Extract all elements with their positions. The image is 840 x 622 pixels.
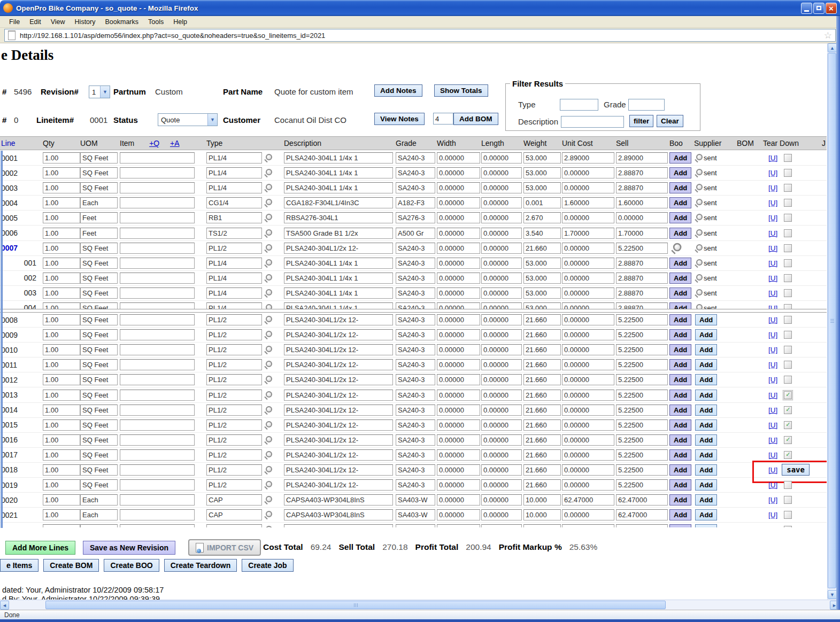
menu-history[interactable]: History	[70, 17, 101, 27]
unit-cost-input[interactable]	[562, 287, 614, 299]
weight-input[interactable]	[523, 479, 561, 491]
update-link[interactable]: [U]	[768, 331, 777, 339]
description-input[interactable]	[284, 329, 393, 340]
uom-input[interactable]	[80, 329, 118, 340]
length-input[interactable]	[481, 359, 522, 370]
type-input[interactable]	[206, 464, 262, 476]
update-link[interactable]: [U]	[768, 169, 777, 177]
sell-input[interactable]	[616, 434, 668, 446]
boo-add-button[interactable]: Add	[669, 479, 691, 491]
supplier-search-icon[interactable]	[694, 229, 703, 238]
supplier-search-icon[interactable]	[694, 244, 703, 253]
type-input[interactable]	[206, 390, 262, 401]
sell-input[interactable]	[616, 419, 668, 431]
grade-input[interactable]	[396, 494, 435, 506]
item-input[interactable]	[120, 419, 195, 431]
type-search-icon[interactable]	[264, 360, 272, 369]
description-input[interactable]	[284, 212, 393, 223]
teardown-checkbox[interactable]	[784, 511, 792, 519]
address-bar[interactable]: ☆	[4, 29, 836, 42]
sell-input[interactable]	[616, 390, 668, 401]
update-link[interactable]: [U]	[768, 391, 777, 399]
width-input[interactable]	[437, 182, 480, 193]
weight-input[interactable]	[523, 273, 561, 284]
unit-cost-input[interactable]	[562, 243, 614, 254]
supplier-add-button[interactable]: Add	[695, 390, 717, 401]
grade-input[interactable]	[396, 374, 435, 385]
grade-input[interactable]	[396, 243, 435, 254]
length-input[interactable]	[481, 152, 522, 164]
menu-file[interactable]: File	[4, 17, 25, 27]
item-input[interactable]	[120, 479, 195, 491]
create-boo-button[interactable]: Create BOO	[104, 559, 159, 572]
boo-add-button[interactable]: Add	[669, 390, 691, 401]
grade-input[interactable]	[396, 449, 435, 461]
length-input[interactable]	[481, 479, 522, 491]
minimize-button[interactable]	[801, 3, 812, 14]
unit-cost-input[interactable]	[562, 212, 614, 223]
qty-input[interactable]	[43, 434, 80, 446]
width-input[interactable]	[437, 344, 480, 355]
uom-input[interactable]	[80, 152, 118, 164]
item-input[interactable]	[120, 258, 195, 269]
length-input[interactable]	[481, 344, 522, 355]
supplier-add-button[interactable]: Add	[695, 374, 717, 385]
supplier-search-icon[interactable]	[694, 153, 703, 162]
unit-cost-input[interactable]	[562, 314, 614, 325]
length-input[interactable]	[481, 419, 522, 431]
supplier-add-button[interactable]: Add	[695, 359, 717, 370]
item-input[interactable]	[120, 359, 195, 370]
width-input[interactable]	[437, 329, 480, 340]
bom-qty-input[interactable]	[433, 113, 453, 125]
weight-input[interactable]	[523, 287, 561, 299]
type-input[interactable]	[206, 182, 262, 193]
qty-input[interactable]	[43, 197, 80, 208]
width-input[interactable]	[437, 167, 480, 178]
sell-input[interactable]	[616, 243, 668, 254]
type-search-icon[interactable]	[264, 168, 272, 177]
width-input[interactable]	[437, 449, 480, 461]
description-input[interactable]	[284, 359, 393, 370]
item-input[interactable]	[120, 197, 195, 208]
width-input[interactable]	[437, 464, 480, 476]
grade-input[interactable]	[396, 524, 435, 527]
width-input[interactable]	[437, 494, 480, 506]
type-input[interactable]	[206, 405, 262, 416]
uom-input[interactable]	[80, 258, 118, 269]
description-input[interactable]	[284, 287, 393, 299]
item-input[interactable]	[120, 524, 195, 527]
grade-input[interactable]	[396, 228, 435, 239]
length-input[interactable]	[481, 464, 522, 476]
grade-input[interactable]	[396, 182, 435, 193]
unit-cost-input[interactable]	[562, 344, 614, 355]
qty-input[interactable]	[43, 258, 80, 269]
weight-input[interactable]	[523, 228, 561, 239]
type-search-icon[interactable]	[264, 153, 272, 162]
grade-input[interactable]	[396, 464, 435, 476]
sell-input[interactable]	[616, 258, 668, 269]
width-input[interactable]	[437, 509, 480, 520]
uom-input[interactable]	[80, 344, 118, 355]
supplier-add-button[interactable]: Add	[695, 494, 717, 506]
qty-input[interactable]	[43, 152, 80, 164]
teardown-checkbox[interactable]	[784, 526, 792, 527]
width-input[interactable]	[437, 228, 480, 239]
weight-input[interactable]	[523, 524, 561, 527]
create-teardown-button[interactable]: Create Teardown	[164, 559, 237, 572]
teardown-checkbox[interactable]: ✓	[784, 451, 792, 459]
menu-tools[interactable]: Tools	[143, 17, 168, 27]
qty-input[interactable]	[43, 374, 80, 385]
unit-cost-input[interactable]	[562, 152, 614, 164]
item-input[interactable]	[120, 405, 195, 416]
type-input[interactable]	[206, 197, 262, 208]
add-more-lines-button[interactable]: Add More Lines	[5, 541, 75, 555]
qty-input[interactable]	[43, 449, 80, 461]
width-input[interactable]	[437, 524, 480, 527]
description-input[interactable]	[284, 273, 393, 284]
uom-input[interactable]	[80, 434, 118, 446]
horizontal-scrollbar-thumb[interactable]	[45, 601, 666, 609]
sell-input[interactable]	[616, 464, 668, 476]
supplier-search-icon[interactable]	[694, 213, 703, 222]
width-input[interactable]	[437, 212, 480, 223]
type-search-icon[interactable]	[264, 406, 272, 415]
